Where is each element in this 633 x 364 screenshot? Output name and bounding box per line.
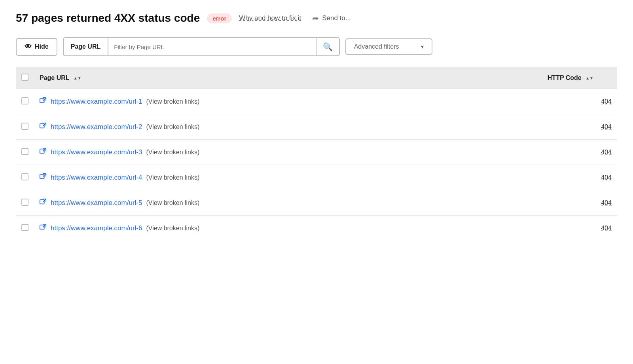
row-url-cell: https://www.example.com/url-4 (View brok… (34, 165, 500, 190)
advanced-filters-label: Advanced filters (354, 43, 399, 50)
view-broken-links[interactable]: (View broken links) (146, 149, 199, 156)
error-badge: error (207, 13, 232, 23)
row-checkbox-cell (16, 140, 34, 165)
row-checkbox-4[interactable] (21, 199, 28, 206)
table-row: https://www.example.com/url-1 (View brok… (16, 89, 617, 114)
url-link[interactable]: https://www.example.com/url-1 (51, 98, 142, 106)
send-to-arrow-icon: ➦ (312, 13, 319, 23)
hide-button[interactable]: 👁 Hide (16, 38, 57, 56)
row-checkbox-cell (16, 190, 34, 216)
column-label-http-code: HTTP Code (548, 74, 582, 81)
view-broken-links[interactable]: (View broken links) (146, 225, 199, 232)
url-link[interactable]: https://www.example.com/url-4 (51, 174, 142, 182)
hide-label: Hide (35, 43, 49, 50)
row-url-cell: https://www.example.com/url-6 (View brok… (34, 216, 500, 241)
column-header-http-code[interactable]: HTTP Code ▲▼ (500, 67, 617, 89)
external-link-icon (40, 198, 47, 207)
table-row: https://www.example.com/url-3 (View brok… (16, 140, 617, 165)
table-row: https://www.example.com/url-5 (View brok… (16, 190, 617, 216)
view-broken-links[interactable]: (View broken links) (146, 98, 199, 105)
search-icon: 🔍 (323, 42, 333, 51)
row-url-cell: https://www.example.com/url-5 (View brok… (34, 190, 500, 216)
send-to-label: Send to... (322, 14, 351, 22)
sort-arrows-url[interactable]: ▲▼ (74, 76, 81, 80)
view-broken-links[interactable]: (View broken links) (146, 174, 199, 181)
table-header-row: Page URL ▲▼ HTTP Code ▲▼ (16, 67, 617, 89)
row-http-code: 404 (500, 165, 617, 190)
select-all-checkbox[interactable] (21, 74, 28, 81)
row-checkbox-0[interactable] (21, 97, 28, 104)
filter-url-group: Page URL 🔍 (63, 37, 340, 56)
header-checkbox-cell (16, 67, 34, 89)
chevron-down-icon: ▾ (421, 44, 424, 50)
url-link[interactable]: https://www.example.com/url-5 (51, 199, 142, 207)
row-http-code: 404 (500, 89, 617, 114)
column-label-page-url: Page URL (40, 74, 69, 81)
filter-row: 👁 Hide Page URL 🔍 Advanced filters ▾ (16, 37, 617, 56)
row-checkbox-cell (16, 216, 34, 241)
search-button[interactable]: 🔍 (316, 38, 339, 55)
row-http-code: 404 (500, 216, 617, 241)
external-link-icon (40, 122, 47, 131)
table-row: https://www.example.com/url-6 (View brok… (16, 216, 617, 241)
row-http-code: 404 (500, 190, 617, 216)
url-link[interactable]: https://www.example.com/url-3 (51, 148, 142, 156)
header-row: 57 pages returned 4XX status code error … (16, 12, 617, 25)
row-checkbox-cell (16, 165, 34, 190)
row-checkbox-3[interactable] (21, 173, 28, 180)
table-row: https://www.example.com/url-4 (View brok… (16, 165, 617, 190)
external-link-icon (40, 173, 47, 182)
filter-url-input[interactable] (108, 38, 315, 55)
external-link-icon (40, 148, 47, 157)
filter-by-label: Page URL (64, 38, 109, 55)
row-url-cell: https://www.example.com/url-1 (View brok… (34, 89, 500, 114)
data-table: Page URL ▲▼ HTTP Code ▲▼ https://www.exa… (16, 67, 617, 241)
eye-icon: 👁 (25, 43, 32, 51)
row-checkbox-1[interactable] (21, 123, 28, 130)
view-broken-links[interactable]: (View broken links) (146, 123, 199, 131)
view-broken-links[interactable]: (View broken links) (146, 199, 199, 207)
row-http-code: 404 (500, 114, 617, 140)
row-checkbox-cell (16, 89, 34, 114)
external-link-icon (40, 97, 47, 106)
external-link-icon (40, 224, 47, 233)
sort-arrows-http[interactable]: ▲▼ (586, 76, 593, 80)
url-link[interactable]: https://www.example.com/url-2 (51, 123, 142, 131)
send-to-button[interactable]: ➦ Send to... (312, 13, 351, 23)
row-http-code: 404 (500, 140, 617, 165)
advanced-filters-button[interactable]: Advanced filters ▾ (345, 38, 432, 55)
url-link[interactable]: https://www.example.com/url-6 (51, 224, 142, 232)
row-checkbox-5[interactable] (21, 224, 28, 231)
row-checkbox-cell (16, 114, 34, 140)
row-url-cell: https://www.example.com/url-2 (View brok… (34, 114, 500, 140)
page-title: 57 pages returned 4XX status code (16, 12, 200, 25)
fix-link[interactable]: Why and how to fix it (239, 14, 301, 22)
row-checkbox-2[interactable] (21, 148, 28, 155)
column-header-page-url[interactable]: Page URL ▲▼ (34, 67, 500, 89)
row-url-cell: https://www.example.com/url-3 (View brok… (34, 140, 500, 165)
table-row: https://www.example.com/url-2 (View brok… (16, 114, 617, 140)
